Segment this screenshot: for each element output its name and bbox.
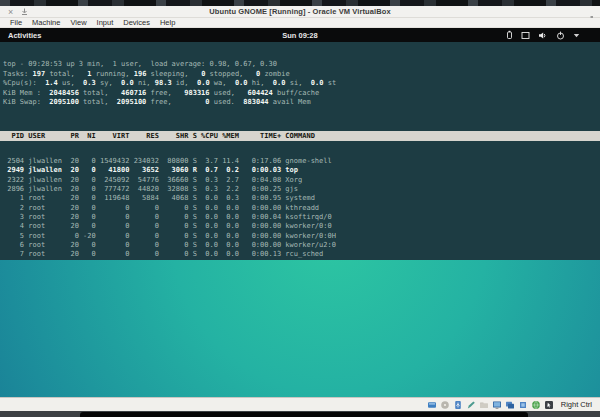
shared-folders-icon[interactable] [479,400,489,410]
process-row: 2896 jlwallen 20 0 777472 44820 32808 S … [3,185,600,194]
process-row: 6 root 20 0 0 0 0 S 0.0 0.0 0:00.00 kwor… [3,241,600,250]
process-row: 2 root 20 0 0 0 0 S 0.0 0.0 0:00.00 kthr… [3,204,600,213]
menu-item-view[interactable]: View [70,18,86,27]
top-summary-line: top - 09:28:53 up 3 min, 1 user, load av… [3,60,600,70]
processor-icon[interactable] [518,400,528,410]
network-icon[interactable] [531,400,541,410]
gnome-top-bar: Activities Sun 09:28 [0,28,600,42]
minimize-icon[interactable] [21,8,28,18]
menu-item-devices[interactable]: Devices [123,18,150,27]
system-tray[interactable] [506,30,580,40]
screen-icon[interactable] [521,31,530,40]
chevron-down-icon[interactable] [573,33,580,38]
menu-item-help[interactable]: Help [160,18,175,27]
process-row: 3 root 20 0 0 0 0 S 0.0 0.0 0:00.04 ksof… [3,213,600,222]
mouse-integration-icon[interactable] [544,400,554,410]
process-row: 4 root 20 0 0 0 0 S 0.0 0.0 0:00.00 kwor… [3,222,600,231]
process-row: 2322 jlwallen 20 0 245092 54776 36660 S … [3,176,600,185]
hard-disk-icon[interactable] [427,400,437,410]
top-summary-line: KiB Mem : 2048456 total, 460716 free, 98… [3,89,600,99]
status-icons[interactable] [427,400,554,410]
process-rows: 2504 jlwallen 20 0 1549432 234032 80800 … [0,157,600,260]
host-background-bottom [0,411,600,417]
host-background-bar [80,412,528,417]
process-row: 2949 jlwallen 20 0 41800 3652 3060 R 0.7… [3,166,600,175]
power-icon[interactable] [556,31,565,40]
recording-icon[interactable] [466,400,476,410]
close-icon[interactable]: × [8,7,13,17]
process-row: 7 root 20 0 0 0 0 S 0.0 0.0 0:00.13 rcu_… [3,250,600,259]
process-row: 5 root 0 -20 0 0 0 S 0.0 0.0 0:00.00 kwo… [3,232,600,241]
terminal[interactable]: top - 09:28:53 up 3 min, 1 user, load av… [0,42,600,260]
process-table-header: PID USER PR NI VIRT RES SHR S %CPU %MEM … [0,131,600,141]
top-summary-line: KiB Swap: 2095100 total, 2095100 free, 0… [3,98,600,108]
volume-icon[interactable] [538,31,548,40]
activities-button[interactable]: Activities [8,31,41,40]
window-title: Ubuntu GNOME [Running] - Oracle VM Virtu… [0,7,600,16]
optical-disk-icon[interactable] [440,400,450,410]
desktop-wallpaper[interactable] [0,260,600,397]
video-capture-icon[interactable] [505,400,515,410]
top-summary-line: %Cpu(s): 1.4 us, 0.3 sy, 0.0 ni, 98.3 id… [3,79,600,89]
process-row: 2504 jlwallen 20 0 1549432 234032 80800 … [3,157,600,166]
virtualbox-window: × Ubuntu GNOME [Running] - Oracle VM Vir… [0,0,600,417]
host-key-label: Right Ctrl [561,400,592,409]
process-row: 1 root 20 0 119648 5884 4068 S 0.0 0.3 0… [3,194,600,203]
top-summary: top - 09:28:53 up 3 min, 1 user, load av… [0,58,600,108]
battery-icon[interactable] [506,30,513,40]
menu-item-machine[interactable]: Machine [32,18,60,27]
usb-icon[interactable] [453,400,463,410]
titlebar[interactable]: × Ubuntu GNOME [Running] - Oracle VM Vir… [0,6,600,18]
menu-item-file[interactable]: File [10,18,22,27]
menu-bar: FileMachineViewInputDevicesHelp [0,18,600,28]
vbox-status-bar: Right Ctrl [0,397,600,411]
display-icon[interactable] [492,400,502,410]
menu-item-input[interactable]: Input [97,18,114,27]
top-summary-line: Tasks: 197 total, 1 running, 196 sleepin… [3,70,600,80]
